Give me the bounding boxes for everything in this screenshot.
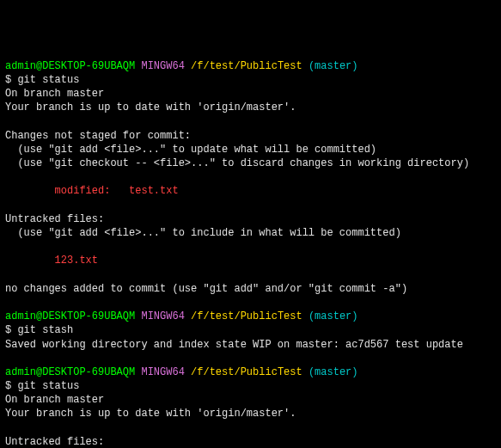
output-line: Untracked files:: [5, 435, 496, 448]
prompt-branch: (master): [309, 310, 358, 322]
output-line: [5, 268, 496, 282]
output-line: 123.txt: [5, 254, 496, 267]
output-line: (use "git checkout -- <file>..." to disc…: [5, 156, 496, 170]
output-line: no changes added to commit (use "git add…: [5, 282, 496, 296]
prompt-path: /f/test/PublicTest: [191, 310, 302, 322]
output-line: Changes not staged for commit:: [5, 129, 496, 143]
prompt-path: /f/test/PublicTest: [191, 60, 302, 72]
output-line: [5, 421, 496, 435]
output-line: Your branch is up to date with 'origin/m…: [5, 101, 496, 114]
command-line[interactable]: $ git status: [5, 379, 496, 393]
output-line: Untracked files:: [5, 212, 496, 226]
output-line: (use "git add <file>..." to update what …: [5, 143, 496, 156]
output-line: Saved working directory and index state …: [5, 338, 496, 352]
output-line: [5, 199, 496, 212]
command-line[interactable]: $ git stash: [5, 323, 496, 337]
command-text: git status: [17, 380, 79, 392]
prompt-line: admin@DESKTOP-69UBAQM MINGW64 /f/test/Pu…: [5, 365, 496, 379]
prompt-path: /f/test/PublicTest: [191, 366, 302, 378]
output-line: [5, 296, 496, 310]
prompt-env: MINGW64: [141, 60, 184, 72]
command-text: git status: [17, 74, 79, 86]
prompt-dollar: $: [5, 380, 17, 392]
prompt-branch: (master): [309, 366, 358, 378]
prompt-branch: (master): [309, 60, 358, 72]
prompt-user-host: admin@DESKTOP-69UBAQM: [5, 60, 135, 72]
command-line[interactable]: $ git status: [5, 73, 496, 87]
output-line: [5, 115, 496, 129]
prompt-line: admin@DESKTOP-69UBAQM MINGW64 /f/test/Pu…: [5, 59, 496, 73]
command-text: git stash: [17, 324, 73, 336]
prompt-dollar: $: [5, 74, 17, 86]
output-line: On branch master: [5, 393, 496, 407]
prompt-user-host: admin@DESKTOP-69UBAQM: [5, 310, 135, 322]
output-line: (use "git add <file>..." to include in w…: [5, 226, 496, 240]
prompt-env: MINGW64: [141, 366, 184, 378]
output-line: [5, 352, 496, 365]
prompt-dollar: $: [5, 324, 17, 336]
output-line: [5, 170, 496, 184]
terminal-window[interactable]: admin@DESKTOP-69UBAQM MINGW64 /f/test/Pu…: [5, 59, 496, 448]
output-line: [5, 240, 496, 254]
output-line: Your branch is up to date with 'origin/m…: [5, 407, 496, 420]
prompt-line: admin@DESKTOP-69UBAQM MINGW64 /f/test/Pu…: [5, 310, 496, 323]
output-line: modified: test.txt: [5, 184, 496, 198]
prompt-user-host: admin@DESKTOP-69UBAQM: [5, 366, 135, 378]
prompt-env: MINGW64: [141, 310, 184, 322]
output-line: On branch master: [5, 87, 496, 101]
